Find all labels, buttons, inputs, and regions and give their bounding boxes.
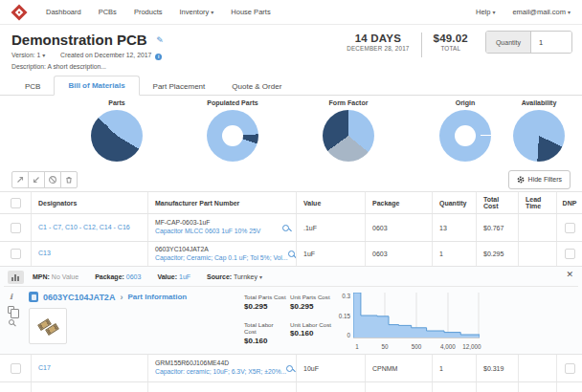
row-checkbox[interactable] bbox=[11, 249, 21, 259]
bar-chart-icon bbox=[11, 273, 20, 281]
col-package[interactable]: Package bbox=[366, 192, 433, 213]
hide-filters-button[interactable]: Hide Filters bbox=[508, 170, 571, 189]
select-all-checkbox[interactable] bbox=[11, 198, 21, 208]
info-icon[interactable]: i bbox=[10, 293, 12, 300]
source-value: Turnkey bbox=[234, 273, 257, 280]
lead-time-cell bbox=[519, 355, 557, 381]
col-total-cost[interactable]: Total Cost bbox=[477, 192, 519, 213]
source-dropdown[interactable]: Source: Turnkey▾ bbox=[207, 273, 262, 280]
created-date: Created on December 12, 2017 bbox=[60, 52, 151, 58]
source-label: Source: bbox=[207, 273, 232, 280]
quantity-cell: 1 bbox=[433, 242, 477, 266]
mpn-description-link[interactable]: Capacitor MLCC 0603 1uF 10% 25V bbox=[155, 228, 260, 236]
nav-dashboard[interactable]: Dashboard bbox=[46, 8, 81, 16]
chevron-down-icon: ▾ bbox=[211, 10, 213, 15]
tab-bar: PCB Bill of Materials Part Placement Quo… bbox=[0, 75, 582, 96]
table-header-row: Designators Manufacturer Part Number Val… bbox=[0, 192, 582, 214]
divider bbox=[421, 33, 422, 57]
disable-rows-button[interactable] bbox=[44, 171, 61, 188]
delete-rows-button[interactable] bbox=[60, 171, 78, 188]
expand-rows-button[interactable] bbox=[11, 171, 29, 188]
chevron-down-icon: ▾ bbox=[42, 53, 45, 58]
cost-item: Total Parts Cost $0.295 bbox=[244, 294, 286, 316]
cost-item: Unit Labor Cost $0.160 bbox=[290, 321, 332, 351]
chart-title: Populated Parts bbox=[187, 99, 279, 106]
chart-availability: Availability bbox=[493, 99, 582, 162]
nav-house-parts[interactable]: House Parts bbox=[231, 8, 270, 16]
part-number-link[interactable]: 0603YC104JAT2A bbox=[43, 293, 115, 302]
search-icon[interactable] bbox=[282, 225, 289, 231]
nav-products[interactable]: Products bbox=[134, 8, 163, 16]
mpn-description-link[interactable]: Capacitor: ceramic; 10uF; 6.3V; X5R; ±20… bbox=[155, 368, 286, 377]
chart-title: Form Factor bbox=[302, 99, 394, 106]
mpn-description-link[interactable]: Capacitor; Ceramic; Cap 0.1 uF; Tol 5%; … bbox=[155, 254, 288, 263]
top-nav: Dashboard PCBs Products Inventory▾ House… bbox=[0, 0, 582, 25]
part-photo[interactable] bbox=[29, 308, 67, 344]
package-cell: CPNMM bbox=[366, 355, 433, 381]
nav-pcbs[interactable]: PCBs bbox=[99, 8, 117, 16]
tab-part-placement[interactable]: Part Placement bbox=[140, 77, 219, 96]
page-title: Demonstration PCB bbox=[11, 32, 147, 48]
page-header: Demonstration PCB ✎ Version: 1▾ Created … bbox=[0, 25, 582, 75]
designators-link[interactable]: C13 bbox=[38, 250, 51, 258]
table-row: C1 - C7, C10 - C12, C14 - C16 MF-CAP-060… bbox=[0, 214, 582, 242]
origin-pie-chart[interactable] bbox=[439, 110, 491, 162]
chart-title: Parts bbox=[71, 99, 163, 106]
parts-pie-chart[interactable] bbox=[91, 110, 143, 162]
value-cell: 10uF bbox=[297, 355, 366, 381]
col-quantity[interactable]: Quantity bbox=[433, 192, 477, 213]
price-chart-toggle-button[interactable] bbox=[8, 271, 24, 284]
lead-time-cell bbox=[519, 214, 557, 241]
trash-icon bbox=[64, 175, 74, 185]
col-lead-time[interactable]: Lead Time bbox=[519, 192, 557, 213]
search-icon[interactable] bbox=[286, 365, 293, 372]
nav-help[interactable]: Help▾ bbox=[476, 8, 495, 16]
lead-time-stat: 14 DAYS DECEMBER 28, 2017 bbox=[347, 31, 409, 52]
table-row: C13 0603YC104JAT2A Capacitor; Ceramic; C… bbox=[0, 242, 582, 267]
info-icon[interactable]: i bbox=[155, 54, 162, 60]
search-icon[interactable] bbox=[9, 319, 14, 325]
dnp-checkbox[interactable] bbox=[565, 363, 575, 374]
col-designators[interactable]: Designators bbox=[32, 192, 148, 213]
bom-chart-strip: Parts Populated Parts Form Factor Origin… bbox=[0, 96, 582, 168]
col-mpn[interactable]: Manufacturer Part Number bbox=[148, 192, 297, 213]
quantity-control: Quantity bbox=[485, 31, 572, 54]
row-checkbox[interactable] bbox=[11, 363, 21, 374]
tab-bill-of-materials[interactable]: Bill of Materials bbox=[54, 76, 139, 96]
populated-parts-pie-chart[interactable] bbox=[207, 110, 258, 162]
tab-quote-order[interactable]: Quote & Order bbox=[218, 77, 295, 96]
close-icon[interactable]: ✕ bbox=[566, 270, 573, 279]
row-action-group bbox=[11, 171, 78, 188]
chevron-down-icon: ▾ bbox=[259, 274, 262, 280]
edit-icon[interactable]: ✎ bbox=[156, 35, 164, 45]
collapse-rows-button[interactable] bbox=[28, 171, 45, 188]
row-checkbox[interactable] bbox=[11, 223, 21, 233]
total-cost-cell: $0.319 bbox=[477, 355, 519, 381]
package-link[interactable]: 0603 bbox=[126, 273, 142, 280]
dnp-checkbox[interactable] bbox=[565, 249, 575, 259]
designators-link[interactable]: C1 - C7, C10 - C12, C14 - C16 bbox=[38, 224, 130, 232]
mpn-label: MPN: bbox=[33, 273, 50, 280]
brand-logo-icon[interactable] bbox=[11, 4, 28, 20]
price-break-plot bbox=[353, 293, 480, 338]
quantity-input[interactable] bbox=[531, 32, 571, 53]
table-row: C17 GRM155R60J106ME44D Capacitor: cerami… bbox=[0, 355, 582, 382]
col-dnp[interactable]: DNP bbox=[557, 192, 582, 213]
dnp-checkbox[interactable] bbox=[565, 223, 575, 233]
search-icon[interactable] bbox=[288, 250, 295, 257]
form-factor-pie-chart[interactable] bbox=[323, 110, 374, 162]
availability-pie-chart[interactable] bbox=[513, 110, 565, 162]
designators-link[interactable]: C17 bbox=[38, 364, 51, 373]
part-information-link[interactable]: Part Information bbox=[127, 293, 187, 301]
package-cell: 0603 bbox=[366, 242, 433, 266]
value-link[interactable]: 1uF bbox=[179, 273, 190, 280]
quantity-cell: 13 bbox=[433, 214, 477, 241]
nav-account[interactable]: email@mail.com▾ bbox=[512, 8, 571, 16]
copy-icon[interactable] bbox=[8, 306, 14, 314]
chart-populated-parts: Populated Parts bbox=[187, 99, 279, 162]
bom-toolbar: Hide Filters bbox=[0, 168, 582, 191]
version-dropdown[interactable]: Version: 1▾ bbox=[11, 52, 45, 58]
col-value[interactable]: Value bbox=[297, 192, 366, 213]
nav-inventory[interactable]: Inventory▾ bbox=[179, 8, 213, 16]
tab-pcb[interactable]: PCB bbox=[11, 77, 54, 96]
